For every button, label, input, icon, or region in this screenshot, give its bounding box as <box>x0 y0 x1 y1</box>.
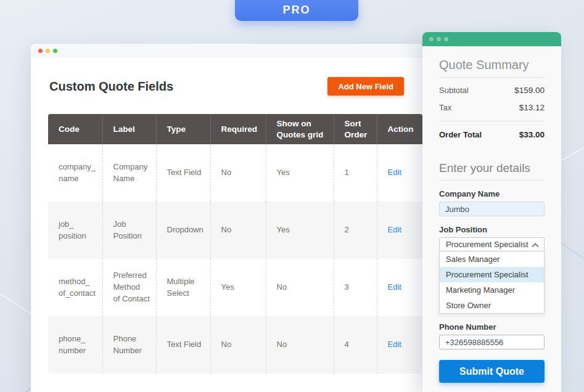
cell-code: job_ position <box>48 202 102 259</box>
cell-type: Text Field <box>156 144 210 202</box>
table-row: method_ of_contactPreferred Method of Co… <box>48 259 422 316</box>
order-total-label: Order Total <box>439 130 482 139</box>
cell-required: Yes <box>210 259 266 316</box>
panel-window-dot <box>429 37 434 41</box>
order-total-value: $33.00 <box>519 130 545 139</box>
job-position-label: Job Position <box>439 225 545 234</box>
company-name-label: Company Name <box>439 189 545 198</box>
cell-label: Company Name <box>102 144 156 202</box>
cell-action: Edit <box>377 144 422 202</box>
panel-titlebar <box>422 32 561 46</box>
table-row: phone_ numberPhone NumberText FieldNoNo4… <box>48 316 422 374</box>
job-position-option[interactable]: Sales Manager <box>440 251 544 267</box>
cell-label: Job Position <box>102 202 156 259</box>
cell-action: Edit <box>377 259 422 316</box>
edit-link[interactable]: Edit <box>388 168 401 177</box>
cell-sort-order: 2 <box>334 202 377 259</box>
add-new-field-button[interactable]: Add New Field <box>327 77 404 96</box>
phone-number-label: Phone Number <box>439 322 545 332</box>
cell-action: Edit <box>377 316 422 374</box>
cell-code: company_ name <box>48 144 102 202</box>
table-row: job_ positionJob PositionDropdownNoYes2E… <box>48 202 422 259</box>
window-titlebar <box>31 44 422 58</box>
quote-summary-title: Quote Summary <box>439 58 545 72</box>
subtotal-row: Subtotal $159.00 <box>439 86 545 95</box>
cell-required: No <box>210 202 266 259</box>
column-header: Show on Quotes grid <box>266 114 334 144</box>
column-header: Required <box>210 114 266 144</box>
job-position-selected-value: Procurement Specialist <box>446 240 528 249</box>
job-position-option[interactable]: Store Owner <box>440 298 544 313</box>
job-position-select[interactable]: Procurement Specialist <box>439 237 545 251</box>
window-minimize-button[interactable] <box>46 49 50 53</box>
column-header: Code <box>48 114 102 144</box>
quote-fields-table: CodeLabelTypeRequiredShow on Quotes grid… <box>48 114 422 374</box>
page-title: Custom Quote Fields <box>49 80 173 94</box>
phone-number-input[interactable] <box>439 335 545 349</box>
column-header: Sort Order <box>334 114 377 144</box>
cell-type: Text Field <box>156 316 210 374</box>
subtotal-value: $159.00 <box>514 86 545 95</box>
edit-link[interactable]: Edit <box>388 225 401 234</box>
cell-action: Edit <box>377 202 422 259</box>
pro-badge-label: PRO <box>282 0 310 17</box>
tax-label: Tax <box>439 103 451 112</box>
edit-link[interactable]: Edit <box>388 340 401 349</box>
cell-type: Dropdown <box>156 202 210 259</box>
divider <box>439 180 545 181</box>
job-position-options-list: Sales ManagerProcurement SpecialistMarke… <box>439 251 545 314</box>
company-name-input[interactable] <box>439 202 545 216</box>
cell-code: method_ of_contact <box>48 259 102 316</box>
cell-type: Multiple Select <box>156 259 210 316</box>
divider <box>439 77 545 78</box>
cell-show-on-grid: No <box>266 259 334 316</box>
cell-show-on-grid: Yes <box>266 144 334 202</box>
submit-quote-button[interactable]: Submit Quote <box>439 360 545 383</box>
cell-code: phone_ number <box>48 316 102 374</box>
pro-badge: PRO <box>235 0 358 21</box>
job-position-option[interactable]: Procurement Specialist <box>440 267 544 282</box>
subtotal-label: Subtotal <box>439 86 469 95</box>
enter-details-title: Enter your details <box>439 161 545 175</box>
divider <box>439 121 545 121</box>
window-close-button[interactable] <box>38 49 43 53</box>
chevron-up-icon <box>532 243 538 250</box>
cell-label: Phone Number <box>102 316 156 374</box>
cell-label: Preferred Method of Contact <box>102 259 156 316</box>
job-position-option[interactable]: Marketing Manager <box>440 282 544 298</box>
cell-required: No <box>210 144 266 202</box>
custom-quote-fields-window: Custom Quote Fields Add New Field CodeLa… <box>31 44 422 392</box>
panel-window-dot <box>444 37 448 41</box>
cell-show-on-grid: Yes <box>266 202 334 259</box>
table-header-row: CodeLabelTypeRequiredShow on Quotes grid… <box>48 114 422 144</box>
cell-sort-order: 3 <box>334 259 377 316</box>
tax-row: Tax $13.12 <box>439 103 545 112</box>
column-header: Type <box>156 114 210 144</box>
table-row: company_ nameCompany NameText FieldNoYes… <box>48 144 422 202</box>
quote-summary-panel: Quote Summary Subtotal $159.00 Tax $13.1… <box>422 32 561 392</box>
edit-link[interactable]: Edit <box>388 282 401 292</box>
cell-required: No <box>210 316 266 374</box>
tax-value: $13.12 <box>519 103 545 112</box>
window-zoom-button[interactable] <box>53 49 57 53</box>
order-total-row: Order Total $33.00 <box>439 130 545 139</box>
column-header: Label <box>102 114 156 144</box>
cell-show-on-grid: No <box>266 316 334 374</box>
cell-sort-order: 4 <box>334 316 377 374</box>
cell-sort-order: 1 <box>334 144 377 202</box>
panel-window-dot <box>437 37 441 41</box>
column-header: Action <box>377 114 422 144</box>
